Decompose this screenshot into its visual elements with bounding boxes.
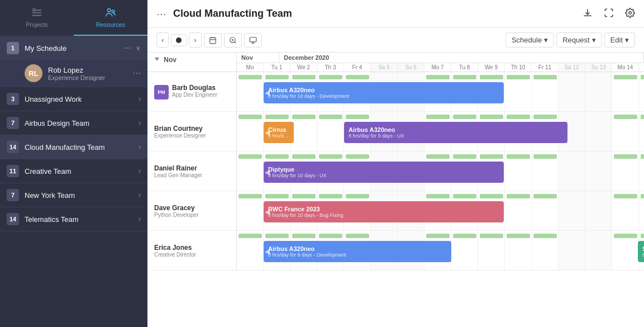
- availability-cell: [612, 233, 639, 239]
- availability-cell: [424, 233, 451, 239]
- availability-bar: [426, 115, 450, 119]
- task-bar[interactable]: ◀Airbus A320neo8 hrs/day for 10 days - D…: [264, 82, 504, 103]
- calendar-body: PMBarb DouglasApp Dev Engineer◀Airbus A3…: [147, 72, 644, 327]
- availability-cell: [451, 114, 478, 120]
- person-col: Daniel RainerLead Gen Manager: [147, 151, 237, 191]
- days-row: MoTu 1We 2Th 3Fr 4Sa 5Su 6Mo 7Tu 8We 9Th…: [237, 63, 644, 72]
- availability-cell: [612, 74, 639, 80]
- availability-cell: [317, 114, 344, 120]
- person-name: Dave Gracey: [154, 204, 230, 212]
- request-dropdown[interactable]: Request ▾: [556, 32, 602, 48]
- sidebar-tab-projects[interactable]: Projects: [0, 0, 74, 36]
- availability-bar: [346, 75, 369, 79]
- calendar-header: Nov Nov December 2020 MoTu 1We 2Th 3Fr 4…: [147, 53, 644, 72]
- download-icon[interactable]: [583, 8, 593, 20]
- task-bar[interactable]: Sky Sports F18 hrs/day for 6 days - Gene…: [638, 241, 644, 262]
- availability-cell: [344, 193, 371, 199]
- availability-cell: [559, 114, 585, 120]
- availability-bar: [480, 154, 503, 159]
- telematics-chevron[interactable]: ›: [139, 215, 141, 223]
- day-cell: Fr 11: [532, 63, 559, 72]
- topbar-dots[interactable]: ⋯: [156, 8, 166, 20]
- resources-tab-label: Resources: [96, 21, 126, 28]
- settings-icon[interactable]: [625, 8, 635, 20]
- task-bar[interactable]: ◀RWC France 20238 hrs/day for 10 days - …: [264, 201, 504, 222]
- calendar-row: Brian CourtneyExperience Designer◀Cirrus…: [147, 112, 644, 151]
- unassigned-label: Unassigned Work: [25, 95, 139, 103]
- task-bar[interactable]: ◀Cirrus8 hrs/da...: [264, 122, 294, 143]
- my-schedule-chevron[interactable]: ∨: [136, 44, 141, 52]
- airbus-chevron[interactable]: ›: [139, 119, 141, 127]
- availability-bar: [426, 234, 450, 238]
- task-bar[interactable]: Airbus A320neo8 hrs/day for 9 days - UX: [344, 122, 567, 143]
- cloud-chevron[interactable]: ›: [139, 143, 141, 151]
- calendar-row: PMBarb DouglasApp Dev Engineer◀Airbus A3…: [147, 72, 644, 112]
- availability-cell: [237, 154, 264, 159]
- task-bar[interactable]: ◀Diptyque8 hrs/day for 10 days - UX: [264, 162, 504, 183]
- task-detail: 8 hrs/day for 10 days - UX: [268, 173, 499, 178]
- expand-icon[interactable]: [604, 8, 614, 20]
- user-dots-rob[interactable]: ⋯: [133, 69, 141, 78]
- day-cell: We 2: [290, 63, 317, 72]
- calendar-icon-button[interactable]: [204, 33, 222, 48]
- schedule-dropdown[interactable]: Schedule ▾: [505, 32, 554, 48]
- edit-dropdown[interactable]: Edit ▾: [604, 32, 635, 48]
- unassigned-chevron[interactable]: ›: [139, 95, 141, 103]
- task-left-arrow: ◀: [265, 168, 270, 176]
- my-schedule-number: 1: [7, 42, 19, 54]
- monitor-button[interactable]: [244, 33, 262, 48]
- sidebar-section-newyork: 7 New York Team ›: [0, 183, 147, 207]
- months-row: Nov December 2020: [237, 53, 644, 63]
- telematics-header[interactable]: 14 Telematics Team ›: [0, 207, 147, 231]
- prev-button[interactable]: ‹: [156, 32, 169, 48]
- availability-cell: [505, 114, 532, 120]
- availability-row: [237, 114, 644, 120]
- availability-cell: [451, 233, 478, 239]
- availability-cell: [532, 193, 559, 199]
- availability-cell: [371, 193, 398, 199]
- creative-header[interactable]: 11 Creative Team ›: [0, 159, 147, 183]
- day-cell: Sa 12: [559, 63, 585, 72]
- availability-bar: [238, 234, 262, 238]
- availability-bar: [641, 234, 644, 238]
- person-role: Lead Gen Manager: [154, 172, 230, 178]
- zoom-button[interactable]: [224, 33, 242, 48]
- airbus-header[interactable]: 7 Airbus Design Team ›: [0, 111, 147, 135]
- availability-bar: [480, 194, 503, 198]
- unassigned-header[interactable]: 3 Unassigned Work ›: [0, 87, 147, 111]
- cloud-header[interactable]: 14 Cloud Manufacting Team ›: [0, 135, 147, 159]
- svg-point-3: [629, 11, 632, 14]
- availability-cell: [290, 154, 317, 159]
- nov-collapse-label: Nov: [164, 56, 176, 64]
- availability-bar: [641, 75, 644, 79]
- availability-cell: [317, 74, 344, 80]
- availability-cell: [424, 193, 451, 199]
- availability-cell: [264, 114, 290, 120]
- day-cell: Sa 5: [371, 63, 398, 72]
- availability-cell: [532, 233, 559, 239]
- sidebar-tab-resources[interactable]: Resources: [74, 0, 147, 36]
- my-schedule-header[interactable]: 1 My Schedule ⋯ ∨: [0, 36, 147, 60]
- availability-cell: [290, 114, 317, 120]
- newyork-header[interactable]: 7 New York Team ›: [0, 183, 147, 207]
- task-bar[interactable]: ◀Airbus A320neo8 hrs/day for 8 days - De…: [264, 241, 451, 262]
- creative-chevron[interactable]: ›: [139, 167, 141, 175]
- availability-cell: [585, 154, 612, 159]
- gantt-col: ◀RWC France 20238 hrs/day for 10 days - …: [237, 191, 644, 230]
- availability-cell: [317, 233, 344, 239]
- newyork-chevron[interactable]: ›: [139, 191, 141, 199]
- availability-cell: [612, 154, 639, 159]
- person-badge: PM: [154, 85, 169, 99]
- task-left-arrow: ◀: [265, 89, 270, 97]
- availability-cell: [290, 193, 317, 199]
- availability-bar: [614, 115, 637, 119]
- availability-cell: [612, 114, 639, 120]
- availability-cell: [317, 193, 344, 199]
- availability-bar: [533, 75, 557, 79]
- today-button[interactable]: [171, 34, 187, 46]
- availability-bar: [533, 154, 557, 159]
- avatar-rob: RL: [25, 64, 42, 82]
- my-schedule-dots[interactable]: ⋯: [123, 44, 131, 53]
- next-button[interactable]: ›: [189, 32, 201, 48]
- person-name: Barb Douglas: [172, 84, 217, 92]
